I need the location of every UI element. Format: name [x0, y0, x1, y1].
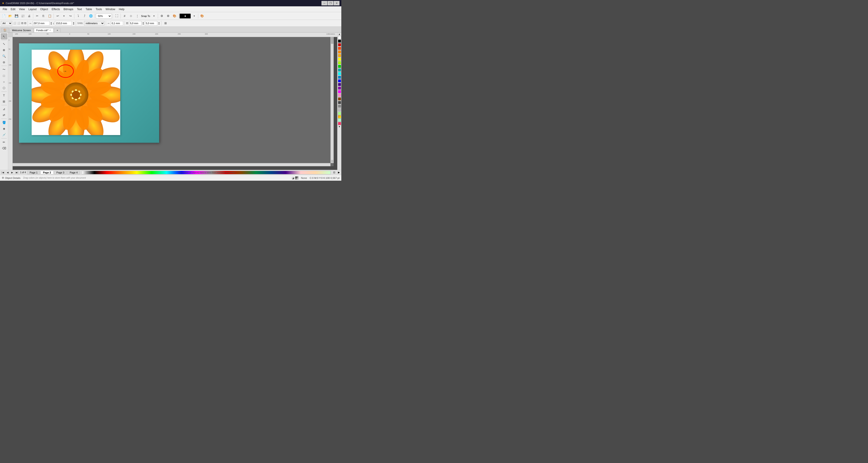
tool-smart-fill[interactable]: ◈ [1, 126, 7, 131]
units-dropdown[interactable]: millimeters inches pixels [84, 21, 104, 26]
tool-eyedropper[interactable]: 💉 [1, 132, 7, 137]
select-all-button[interactable]: ⊞ [163, 20, 168, 26]
page-nav-play[interactable]: ▶ [11, 171, 14, 174]
import-button[interactable]: ⤵ [75, 13, 81, 19]
undo-button[interactable]: ↩ [55, 13, 61, 19]
menu-item-file[interactable]: File [1, 7, 9, 11]
palette-color-green[interactable] [338, 65, 341, 68]
palette-color-gray-light[interactable] [338, 108, 341, 111]
tool-rect[interactable]: □ [1, 73, 7, 78]
page-size-dropdown[interactable]: A4 [1, 21, 12, 26]
tab-welcome[interactable]: Welcome Screen [9, 28, 33, 32]
color-dropdown-button[interactable]: ▼ [191, 13, 197, 19]
width-down-button[interactable]: ▼ [51, 23, 52, 25]
tool-ellipse[interactable]: ○ [1, 79, 7, 85]
menu-item-layout[interactable]: Layout [27, 7, 38, 11]
width-up-button[interactable]: ▲ [51, 22, 52, 23]
redo-button[interactable]: ↪ [67, 13, 73, 19]
page-width-input[interactable] [33, 21, 50, 26]
restore-button[interactable]: ❐ [328, 1, 333, 5]
tool-curve[interactable]: 〜 [1, 67, 7, 72]
palette-color-gray-dark[interactable] [338, 101, 341, 104]
menu-item-window[interactable]: Window [104, 7, 117, 11]
palette-color-black[interactable] [338, 39, 341, 43]
palette-color-cyan[interactable] [338, 72, 341, 75]
dup-dist-v-up[interactable]: ▲ [158, 22, 160, 23]
tool-select[interactable]: ↖ [1, 33, 7, 39]
paste-button[interactable]: 📋 [47, 13, 53, 19]
menu-item-effects[interactable]: Effects [50, 7, 62, 11]
page-tab-2[interactable]: Page 2 [40, 171, 53, 174]
dup-dist-h-down[interactable]: ▼ [143, 23, 144, 25]
tab-document-close[interactable]: ✕ [49, 29, 51, 31]
new-button[interactable]: 📄 [1, 13, 7, 19]
save-button[interactable]: 💾 [13, 13, 20, 19]
palette-scroll-down[interactable]: ▼ [338, 126, 340, 128]
tool-polygon[interactable]: ⬡ [1, 85, 7, 91]
palette-color-red[interactable] [338, 43, 341, 46]
palette-color-white[interactable] [338, 36, 341, 39]
print-button[interactable]: 🖨 [26, 13, 32, 19]
tool-fill[interactable]: 🪣 [1, 120, 7, 125]
tool-zoom-out[interactable]: ⊖ [1, 59, 7, 65]
tool-crop[interactable]: ⊕ [1, 47, 7, 53]
dup-dist-v-input[interactable] [145, 21, 157, 26]
canvas-area[interactable]: → [13, 37, 334, 166]
palette-color-indigo[interactable] [338, 83, 341, 86]
cut-button[interactable]: ✂ [34, 13, 40, 19]
palette-color-sky[interactable] [338, 76, 341, 79]
tool-zoom[interactable]: 🔍 [1, 53, 7, 59]
tab-document[interactable]: Fondo.cdr* ✕ [34, 28, 54, 32]
page-tab-3[interactable]: Page 3 [54, 171, 67, 174]
tool-eraser[interactable]: ⌫ [1, 145, 7, 151]
menu-item-edit[interactable]: Edit [9, 7, 17, 11]
tool-text[interactable]: T [1, 92, 7, 98]
menu-item-tools[interactable]: Tools [94, 7, 104, 11]
snap-dropdown-button[interactable]: ▼ [151, 13, 157, 19]
palette-manager-button[interactable]: 🎨 [199, 13, 205, 19]
view-fit-button[interactable]: ⊡ [333, 171, 336, 174]
palette-color-rose[interactable] [338, 122, 341, 125]
export-button[interactable]: ⤴ [82, 13, 88, 19]
height-down-button[interactable]: ▼ [73, 23, 74, 25]
menu-item-object[interactable]: Object [38, 7, 50, 11]
palette-color-mint[interactable] [338, 119, 341, 122]
page-tab-1[interactable]: Page 1 [27, 171, 40, 174]
palette-color-teal[interactable] [338, 68, 341, 72]
grid-button[interactable]: # [122, 13, 127, 19]
palette-color-blue[interactable] [338, 79, 341, 82]
copy-button[interactable]: ⎘ [40, 13, 46, 19]
bottom-expand-button[interactable]: ▶ [337, 171, 340, 174]
menu-item-view[interactable]: View [17, 7, 27, 11]
page-tab-4[interactable]: Page 4 [67, 171, 80, 174]
tab-add[interactable]: + [54, 28, 60, 32]
palette-color-pink[interactable] [338, 94, 341, 97]
palette-color-orange-red[interactable] [338, 47, 341, 50]
full-screen-button[interactable]: ⛶ [114, 13, 120, 19]
palette-color-gold[interactable] [338, 115, 341, 118]
app-options-button[interactable]: ⚙ [165, 13, 171, 19]
page-height-input[interactable] [55, 21, 72, 26]
palette-color-yellow-green[interactable] [338, 61, 341, 64]
menu-item-table[interactable]: Table [84, 7, 94, 11]
dup-dist-h-input[interactable] [129, 21, 142, 26]
menu-item-text[interactable]: Text [75, 7, 84, 11]
dup-dist-v-down[interactable]: ▼ [158, 23, 160, 25]
palette-color-brown[interactable] [338, 97, 341, 100]
tab-home[interactable]: 🏠 [1, 28, 9, 32]
page-nav-next[interactable]: ▶| [15, 171, 19, 174]
tool-parallel-dim[interactable]: ⊿ [1, 106, 7, 112]
undo-dropdown-button[interactable]: ▼ [61, 13, 67, 19]
palette-color-yellow-orange[interactable] [338, 54, 341, 57]
menu-item-bitmaps[interactable]: Bitmaps [62, 7, 75, 11]
publish-pdf-button[interactable]: 📰 [20, 13, 26, 19]
tool-table[interactable]: ⊞ [1, 98, 7, 104]
color-styles-button[interactable]: 🎨 [172, 13, 178, 19]
nudge-input[interactable] [111, 21, 123, 26]
palette-color-magenta[interactable] [338, 90, 341, 93]
scrollbar-horizontal[interactable] [13, 163, 331, 166]
palette-color-orange[interactable] [338, 51, 341, 54]
page-nav-prev[interactable]: ◀ [6, 171, 9, 174]
height-up-button[interactable]: ▲ [73, 22, 74, 23]
guidelines-button[interactable]: ⊹ [128, 13, 134, 19]
